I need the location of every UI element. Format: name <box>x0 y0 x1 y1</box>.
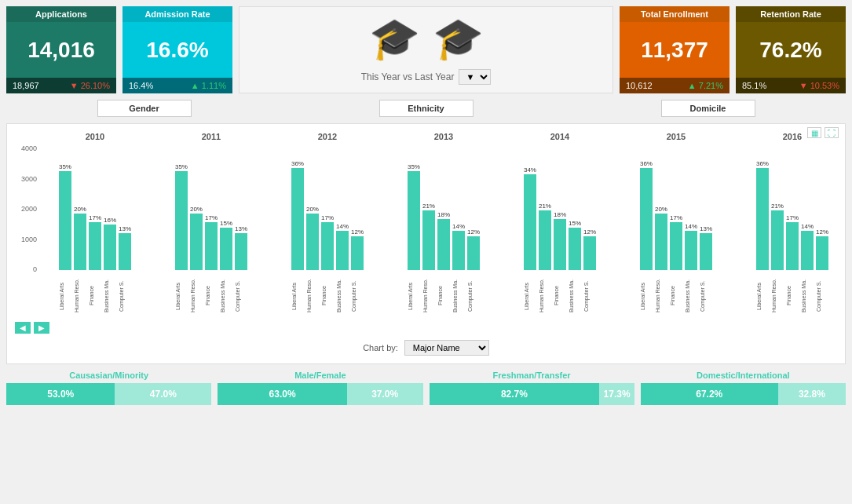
bar-pct: 21% <box>771 203 784 210</box>
bar-rect[interactable] <box>801 231 814 270</box>
stat-seg1: 82.7% <box>430 383 600 405</box>
bar-rect[interactable] <box>640 168 653 270</box>
bar-pct: 18% <box>437 211 450 218</box>
y-1000: 1000 <box>15 236 37 243</box>
bar-rect[interactable] <box>756 168 769 270</box>
bars-row: 34%21%18%15%12% <box>524 144 596 270</box>
bar-label: Finance <box>554 273 566 319</box>
nav-left[interactable]: ◀ <box>15 322 31 334</box>
bar-rect[interactable] <box>351 236 364 270</box>
bar-pct: 35% <box>175 163 188 170</box>
bar-rect[interactable] <box>321 222 334 270</box>
bar-rect[interactable] <box>452 231 465 270</box>
y-4000: 4000 <box>15 144 37 152</box>
bar-pct: 18% <box>554 211 566 218</box>
bar-rect[interactable] <box>786 222 799 270</box>
bar-pct: 12% <box>467 228 480 236</box>
graduate-icon-2: 🎓 <box>433 15 484 63</box>
bar-label: Human Reso. <box>655 273 667 319</box>
stat-seg1: 63.0% <box>218 383 347 405</box>
bar-item: 17% <box>786 214 799 270</box>
bar-rect[interactable] <box>336 231 349 270</box>
bar-labels-row: Liberal ArtsHuman Reso.FinanceBusiness M… <box>756 273 828 319</box>
bar-item: 21% <box>771 203 784 270</box>
top-row: Applications 14,016 18,967 ▼ 26.10% Admi… <box>6 6 846 93</box>
bar-item: 18% <box>437 211 450 270</box>
bar-label: Human Reso. <box>771 273 784 319</box>
bar-pct: 14% <box>452 223 465 230</box>
bar-rect[interactable] <box>524 174 536 270</box>
stat-card-0: Causasian/Minority53.0%47.0% <box>6 371 211 405</box>
bar-item: 36% <box>291 160 304 270</box>
chart-scroll: 201035%20%17%16%13%Liberal ArtsHuman Res… <box>40 132 837 319</box>
bar-label: Computer S. <box>351 273 364 319</box>
bar-rect[interactable] <box>816 236 828 270</box>
bar-label: Human Reso. <box>190 273 203 319</box>
bar-rect[interactable] <box>700 233 712 270</box>
bar-rect[interactable] <box>175 171 188 270</box>
bar-item: 21% <box>539 203 551 270</box>
bar-rect[interactable] <box>291 168 304 270</box>
bar-pct: 20% <box>74 206 86 213</box>
bar-labels-row: Liberal ArtsHuman Reso.FinanceBusiness M… <box>59 273 131 319</box>
bar-item: 14% <box>685 223 697 270</box>
bar-item: 17% <box>321 214 334 270</box>
bar-rect[interactable] <box>655 214 667 270</box>
nav-right[interactable]: ▶ <box>34 322 49 334</box>
bar-rect[interactable] <box>539 210 551 270</box>
domicile-filter[interactable]: Domicile <box>661 100 755 117</box>
bar-rect[interactable] <box>104 225 116 270</box>
bar-rect[interactable] <box>437 219 450 270</box>
y-0: 0 <box>15 265 37 273</box>
bar-label: Liberal Arts <box>408 273 420 319</box>
bar-labels-row: Liberal ArtsHuman Reso.FinanceBusiness M… <box>291 273 364 319</box>
stat-bar: 53.0%47.0% <box>6 383 211 405</box>
bar-rect[interactable] <box>467 236 480 270</box>
bar-rect[interactable] <box>235 233 247 270</box>
bar-rect[interactable] <box>771 210 784 270</box>
hero-label: This Year vs Last Year ▼ <box>361 69 492 85</box>
year-label: 2012 <box>318 132 337 141</box>
bar-rect[interactable] <box>205 222 218 270</box>
chart-by-select[interactable]: Major Name Department College <box>404 340 489 356</box>
bar-item: 18% <box>554 211 566 270</box>
stat-bar: 67.2%32.8% <box>641 383 846 405</box>
stat-label: Causasian/Minority <box>6 371 211 380</box>
bar-pct: 14% <box>336 223 349 230</box>
bar-rect[interactable] <box>422 210 435 270</box>
bar-label: Human Reso. <box>422 273 435 319</box>
filter-row: Gender Ethnicity Domicile <box>6 100 846 117</box>
year-label: 2013 <box>434 132 453 141</box>
bar-rect[interactable] <box>119 233 131 270</box>
bar-item: 14% <box>452 223 465 270</box>
bar-rect[interactable] <box>583 236 596 270</box>
hero-year-select[interactable]: ▼ <box>459 69 491 85</box>
bar-rect[interactable] <box>306 214 319 270</box>
gender-filter[interactable]: Gender <box>97 100 192 117</box>
stat-seg1: 67.2% <box>641 383 778 405</box>
bars-row: 35%21%18%14%12% <box>408 144 480 270</box>
bar-rect[interactable] <box>190 214 203 270</box>
bar-pct: 20% <box>655 206 667 213</box>
bar-rect[interactable] <box>569 228 581 270</box>
bar-item: 12% <box>467 228 480 270</box>
chart-by-label: Chart by: <box>363 343 398 352</box>
ethnicity-filter[interactable]: Ethnicity <box>379 100 474 117</box>
bar-rect[interactable] <box>670 222 682 270</box>
stat-label: Domestic/International <box>641 371 846 380</box>
bar-pct: 36% <box>640 160 653 167</box>
bar-label: Finance <box>670 273 682 319</box>
bar-rect[interactable] <box>220 228 232 270</box>
bar-rect[interactable] <box>554 219 566 270</box>
bar-pct: 21% <box>422 203 435 210</box>
bar-rect[interactable] <box>59 171 71 270</box>
y-3000: 3000 <box>15 175 37 183</box>
bar-rect[interactable] <box>685 231 697 270</box>
bar-rect[interactable] <box>74 214 86 270</box>
year-label: 2016 <box>783 132 802 141</box>
bar-label: Computer S. <box>119 273 131 319</box>
bar-label: Liberal Arts <box>756 273 769 319</box>
bar-rect[interactable] <box>408 171 420 270</box>
bar-rect[interactable] <box>89 222 101 270</box>
stat-seg2: 32.8% <box>778 383 846 405</box>
